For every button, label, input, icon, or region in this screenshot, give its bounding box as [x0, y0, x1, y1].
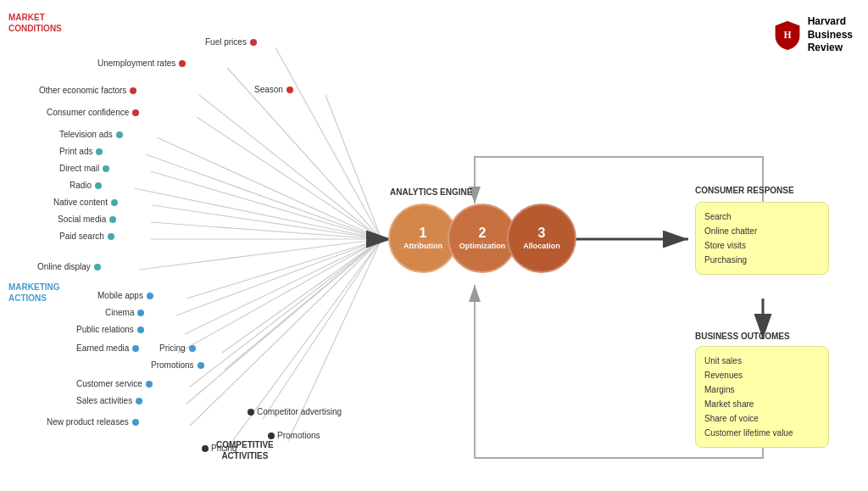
item-print-ads: Print ads — [59, 147, 103, 156]
circle-allocation: 3 Allocation — [507, 204, 576, 273]
item-pricing-1: Pricing — [159, 343, 196, 353]
diagram-container: H Harvard Business Review MARKET CONDITI… — [0, 0, 868, 491]
cr-purchasing: Purchasing — [704, 253, 820, 267]
item-fuel-prices: Fuel prices — [205, 37, 257, 47]
bo-unit-sales: Unit sales — [704, 354, 820, 368]
bo-clv: Customer lifetime value — [704, 426, 820, 440]
svg-line-5 — [157, 137, 381, 239]
svg-line-4 — [197, 117, 381, 239]
analytics-engine-label: ANALYTICS ENGINE — [390, 187, 472, 198]
svg-line-3 — [199, 95, 381, 239]
item-consumer-confidence: Consumer confidence — [47, 108, 139, 117]
analytics-engine-circles: 1 Attribution 2 Optimization 3 Allocatio… — [388, 204, 576, 273]
consumer-response-label: CONSUMER RESPONSE — [695, 185, 794, 196]
market-conditions-label: MARKET CONDITIONS — [8, 12, 62, 34]
item-mobile-apps: Mobile apps — [97, 291, 153, 300]
hbr-logo: H Harvard Business Review — [772, 15, 853, 55]
svg-line-1 — [227, 68, 381, 239]
item-radio: Radio — [70, 181, 102, 190]
svg-line-0 — [275, 47, 381, 239]
item-native-content: Native content — [53, 198, 118, 207]
bo-share-of-voice: Share of voice — [704, 411, 820, 426]
svg-line-18 — [225, 239, 381, 370]
svg-line-2 — [326, 95, 381, 239]
svg-line-15 — [185, 239, 381, 334]
cr-store: Store visits — [704, 238, 820, 253]
marketing-actions-label: MARKETING ACTIONS — [8, 282, 60, 304]
business-outcomes-label: BUSINESS OUTCOMES — [695, 331, 790, 342]
svg-line-6 — [146, 154, 381, 239]
svg-line-20 — [186, 239, 381, 404]
svg-line-19 — [190, 239, 381, 387]
bo-margins: Margins — [704, 382, 820, 397]
svg-line-16 — [178, 239, 381, 353]
item-public-relations: Public relations — [76, 325, 144, 334]
svg-line-12 — [139, 239, 381, 270]
item-pricing-2: Pricing — [202, 444, 237, 453]
item-unemployment: Unemployment rates — [97, 59, 186, 68]
consumer-response-box: Search Online chatter Store visits Purch… — [695, 202, 829, 275]
item-promotions-1: Promotions — [151, 360, 204, 370]
item-online-display: Online display — [37, 262, 101, 271]
svg-line-9 — [153, 205, 381, 239]
item-customer-service: Customer service — [76, 379, 153, 388]
business-outcomes-box: Unit sales Revenues Margins Market share… — [695, 346, 829, 448]
svg-line-14 — [176, 239, 381, 315]
svg-text:H: H — [783, 30, 791, 41]
svg-line-8 — [134, 188, 381, 239]
item-season: Season — [254, 85, 293, 94]
svg-line-7 — [151, 171, 381, 239]
item-sales-activities: Sales activities — [76, 396, 142, 405]
cr-chatter: Online chatter — [704, 224, 820, 238]
bo-market-share: Market share — [704, 397, 820, 411]
item-new-product-releases: New product releases — [47, 417, 139, 427]
cr-search: Search — [704, 209, 820, 224]
item-promotions-2: Promotions — [268, 431, 320, 440]
item-cinema: Cinema — [105, 308, 144, 317]
item-social-media: Social media — [58, 215, 116, 224]
item-competitor-advertising: Competitor advertising — [248, 407, 342, 416]
svg-line-24 — [224, 239, 381, 453]
svg-line-21 — [190, 239, 381, 426]
svg-line-13 — [186, 239, 381, 299]
hbr-text: Harvard Business Review — [808, 15, 853, 55]
item-earned-media: Earned media — [76, 343, 139, 353]
item-television-ads: Television ads — [59, 130, 123, 139]
svg-line-17 — [222, 239, 381, 353]
item-direct-mail: Direct mail — [59, 164, 109, 173]
svg-line-22 — [263, 239, 381, 419]
item-paid-search: Paid search — [59, 232, 114, 241]
hbr-shield-icon: H — [772, 20, 803, 50]
svg-line-10 — [151, 222, 381, 239]
item-economic-factors: Other economic factors — [39, 86, 136, 95]
bo-revenues: Revenues — [704, 368, 820, 382]
